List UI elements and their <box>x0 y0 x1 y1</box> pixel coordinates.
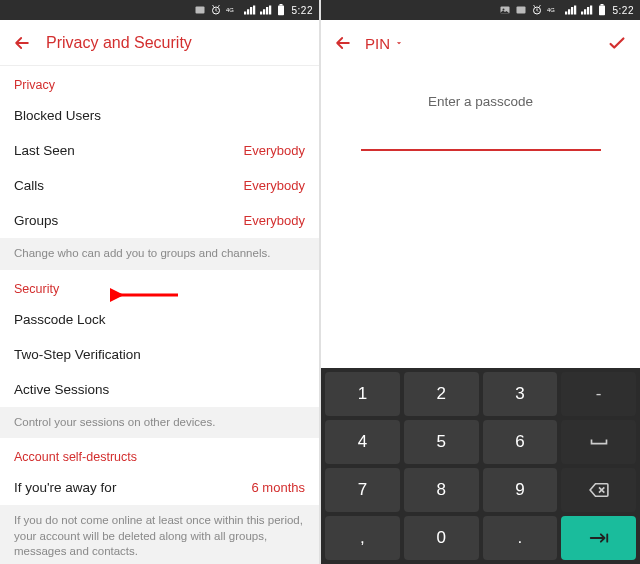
value: Everybody <box>244 178 305 193</box>
back-icon[interactable] <box>333 33 353 53</box>
pin-type-dropdown[interactable]: PIN <box>365 35 404 52</box>
key-space[interactable] <box>561 420 636 464</box>
volte-icon: 4G <box>226 5 240 15</box>
value: 6 months <box>252 480 305 495</box>
volte-icon: 4G <box>547 5 561 15</box>
label: Blocked Users <box>14 108 101 123</box>
passcode-entry-screen: 4G 5:22 PIN Enter a passcode 1 2 <box>321 0 640 564</box>
battery-icon <box>597 4 607 16</box>
label: Last Seen <box>14 143 75 158</box>
row-away-for[interactable]: If you're away for 6 months <box>0 470 319 505</box>
key-comma[interactable]: , <box>325 516 400 560</box>
status-bar: 4G 5:22 <box>321 0 640 20</box>
numeric-keyboard: 1 2 3 - 4 5 6 7 8 9 , 0 . <box>321 368 640 564</box>
hint-security: Control your sessions on other devices. <box>0 407 319 439</box>
key-7[interactable]: 7 <box>325 468 400 512</box>
label: Active Sessions <box>14 382 109 397</box>
battery-icon <box>276 4 286 16</box>
clock: 5:22 <box>292 5 313 16</box>
label: Two-Step Verification <box>14 347 141 362</box>
row-blocked-users[interactable]: Blocked Users <box>0 98 319 133</box>
svg-point-7 <box>502 9 504 11</box>
privacy-settings-screen: 4G 5:22 Privacy and Security Privacy Blo… <box>0 0 319 564</box>
hint-privacy: Change who can add you to groups and cha… <box>0 238 319 270</box>
key-4[interactable]: 4 <box>325 420 400 464</box>
screenshot-icon <box>515 4 527 16</box>
section-security-header: Security <box>0 270 319 302</box>
pin-label: PIN <box>365 35 390 52</box>
clock: 5:22 <box>613 5 634 16</box>
value: Everybody <box>244 143 305 158</box>
svg-rect-11 <box>599 6 605 16</box>
svg-rect-0 <box>195 7 204 14</box>
signal-icon <box>244 5 256 15</box>
row-passcode-lock[interactable]: Passcode Lock <box>0 302 319 337</box>
alarm-icon <box>210 4 222 16</box>
key-3[interactable]: 3 <box>483 372 558 416</box>
section-selfdestruct-header: Account self-destructs <box>0 438 319 470</box>
screenshot-icon <box>194 4 206 16</box>
svg-rect-4 <box>279 4 282 6</box>
label: Passcode Lock <box>14 312 106 327</box>
svg-rect-12 <box>600 4 603 6</box>
status-bar: 4G 5:22 <box>0 0 319 20</box>
back-icon[interactable] <box>12 33 32 53</box>
settings-scroll: Privacy Blocked Users Last Seen Everybod… <box>0 66 319 564</box>
key-2[interactable]: 2 <box>404 372 479 416</box>
row-active-sessions[interactable]: Active Sessions <box>0 372 319 407</box>
page-title: Privacy and Security <box>46 34 192 52</box>
key-9[interactable]: 9 <box>483 468 558 512</box>
key-1[interactable]: 1 <box>325 372 400 416</box>
value: Everybody <box>244 213 305 228</box>
signal-icon-2 <box>260 5 272 15</box>
key-5[interactable]: 5 <box>404 420 479 464</box>
confirm-icon[interactable] <box>606 32 628 54</box>
label: If you're away for <box>14 480 116 495</box>
app-bar: Privacy and Security <box>0 20 319 66</box>
svg-rect-3 <box>278 6 284 16</box>
row-calls[interactable]: Calls Everybody <box>0 168 319 203</box>
app-bar: PIN <box>321 20 640 66</box>
label: Calls <box>14 178 44 193</box>
row-last-seen[interactable]: Last Seen Everybody <box>0 133 319 168</box>
row-groups[interactable]: Groups Everybody <box>0 203 319 238</box>
row-two-step[interactable]: Two-Step Verification <box>0 337 319 372</box>
svg-rect-8 <box>516 7 525 14</box>
label: Groups <box>14 213 58 228</box>
svg-text:4G: 4G <box>547 7 555 13</box>
key-8[interactable]: 8 <box>404 468 479 512</box>
chevron-down-icon <box>394 38 404 48</box>
hint-selfdestruct: If you do not come online at least once … <box>0 505 319 564</box>
key-dot[interactable]: . <box>483 516 558 560</box>
signal-icon <box>565 5 577 15</box>
key-0[interactable]: 0 <box>404 516 479 560</box>
image-icon <box>499 4 511 16</box>
signal-icon-2 <box>581 5 593 15</box>
svg-text:4G: 4G <box>226 7 234 13</box>
passcode-input[interactable] <box>361 129 601 151</box>
passcode-prompt: Enter a passcode <box>428 94 533 109</box>
key-6[interactable]: 6 <box>483 420 558 464</box>
alarm-icon <box>531 4 543 16</box>
section-privacy-header: Privacy <box>0 66 319 98</box>
key-enter[interactable] <box>561 516 636 560</box>
key-backspace[interactable] <box>561 468 636 512</box>
key-dash[interactable]: - <box>561 372 636 416</box>
